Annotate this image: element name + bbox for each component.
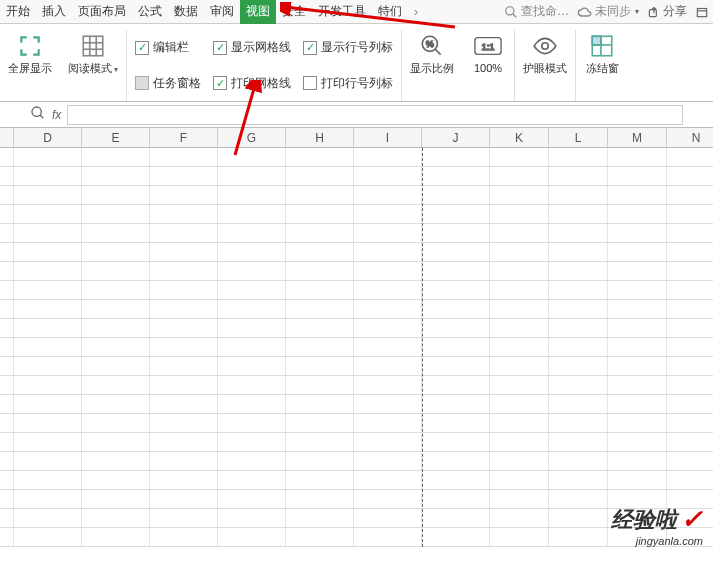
column-header[interactable]: G bbox=[218, 128, 286, 147]
cell[interactable] bbox=[549, 452, 608, 470]
zoom-button[interactable]: % 显示比例 bbox=[408, 30, 456, 77]
cell[interactable] bbox=[608, 300, 667, 318]
cell[interactable] bbox=[286, 414, 354, 432]
cell[interactable] bbox=[490, 376, 549, 394]
column-header[interactable]: F bbox=[150, 128, 218, 147]
cell[interactable] bbox=[354, 243, 422, 261]
cell[interactable] bbox=[354, 509, 422, 527]
cell[interactable] bbox=[82, 490, 150, 508]
cell[interactable] bbox=[667, 167, 713, 185]
cell[interactable] bbox=[549, 357, 608, 375]
fx-label[interactable]: fx bbox=[52, 108, 61, 122]
zoom-100-button[interactable]: 1:1 100% bbox=[468, 30, 508, 77]
cell[interactable] bbox=[150, 528, 218, 546]
cell[interactable] bbox=[286, 338, 354, 356]
cell[interactable] bbox=[286, 300, 354, 318]
cell[interactable] bbox=[667, 186, 713, 204]
cell[interactable] bbox=[14, 509, 82, 527]
cell[interactable] bbox=[286, 452, 354, 470]
cell[interactable] bbox=[150, 300, 218, 318]
cell[interactable] bbox=[490, 281, 549, 299]
cell[interactable] bbox=[286, 186, 354, 204]
cell[interactable] bbox=[218, 395, 286, 413]
reading-mode-button[interactable]: 阅读模式▾ bbox=[66, 30, 120, 77]
cell[interactable] bbox=[608, 338, 667, 356]
cell[interactable] bbox=[82, 224, 150, 242]
column-header[interactable]: E bbox=[82, 128, 150, 147]
cell[interactable] bbox=[608, 471, 667, 489]
cell[interactable] bbox=[490, 205, 549, 223]
cell[interactable] bbox=[490, 509, 549, 527]
cell[interactable] bbox=[150, 509, 218, 527]
cell[interactable] bbox=[422, 224, 490, 242]
tab-start[interactable]: 开始 bbox=[0, 0, 36, 24]
cell[interactable] bbox=[286, 281, 354, 299]
cell[interactable] bbox=[150, 186, 218, 204]
cell[interactable] bbox=[422, 186, 490, 204]
cell[interactable] bbox=[218, 319, 286, 337]
cell[interactable] bbox=[549, 376, 608, 394]
cell[interactable] bbox=[150, 395, 218, 413]
cell[interactable] bbox=[286, 243, 354, 261]
cell[interactable] bbox=[14, 452, 82, 470]
cell[interactable] bbox=[150, 471, 218, 489]
cell[interactable] bbox=[490, 224, 549, 242]
cell[interactable] bbox=[667, 452, 713, 470]
cell[interactable] bbox=[354, 528, 422, 546]
cell[interactable] bbox=[150, 281, 218, 299]
cell[interactable] bbox=[218, 376, 286, 394]
cell[interactable] bbox=[14, 167, 82, 185]
cell[interactable] bbox=[82, 528, 150, 546]
cell[interactable] bbox=[150, 490, 218, 508]
cell[interactable] bbox=[14, 414, 82, 432]
cell[interactable] bbox=[286, 205, 354, 223]
cell[interactable] bbox=[354, 186, 422, 204]
cell[interactable] bbox=[667, 338, 713, 356]
cell[interactable] bbox=[354, 471, 422, 489]
cell[interactable] bbox=[549, 167, 608, 185]
cell[interactable] bbox=[218, 281, 286, 299]
cell[interactable] bbox=[490, 167, 549, 185]
cell[interactable] bbox=[150, 433, 218, 451]
spreadsheet-grid[interactable] bbox=[0, 148, 713, 547]
cell[interactable] bbox=[286, 509, 354, 527]
column-header[interactable]: D bbox=[14, 128, 82, 147]
cell[interactable] bbox=[14, 148, 82, 166]
cell[interactable] bbox=[82, 509, 150, 527]
cell[interactable] bbox=[549, 490, 608, 508]
cell[interactable] bbox=[354, 414, 422, 432]
cell[interactable] bbox=[490, 471, 549, 489]
zoom-formula-icon[interactable] bbox=[30, 105, 46, 124]
cell[interactable] bbox=[422, 357, 490, 375]
cell[interactable] bbox=[150, 262, 218, 280]
cell[interactable] bbox=[82, 148, 150, 166]
cell[interactable] bbox=[490, 414, 549, 432]
cell[interactable] bbox=[490, 186, 549, 204]
cell[interactable] bbox=[218, 471, 286, 489]
cell[interactable] bbox=[490, 452, 549, 470]
cell[interactable] bbox=[286, 376, 354, 394]
cell[interactable] bbox=[286, 262, 354, 280]
cell[interactable] bbox=[549, 205, 608, 223]
cell[interactable] bbox=[422, 281, 490, 299]
cell[interactable] bbox=[286, 167, 354, 185]
cell[interactable] bbox=[608, 224, 667, 242]
cell[interactable] bbox=[490, 433, 549, 451]
cell[interactable] bbox=[218, 186, 286, 204]
cell[interactable] bbox=[608, 167, 667, 185]
cell[interactable] bbox=[608, 262, 667, 280]
formula-input[interactable] bbox=[67, 105, 683, 125]
cell[interactable] bbox=[218, 357, 286, 375]
cell[interactable] bbox=[608, 395, 667, 413]
cell[interactable] bbox=[218, 490, 286, 508]
cell[interactable] bbox=[14, 319, 82, 337]
cell[interactable] bbox=[14, 243, 82, 261]
cell[interactable] bbox=[667, 357, 713, 375]
cell[interactable] bbox=[354, 490, 422, 508]
cell[interactable] bbox=[608, 414, 667, 432]
cell[interactable] bbox=[354, 148, 422, 166]
tab-review[interactable]: 审阅 bbox=[204, 0, 240, 24]
cell[interactable] bbox=[14, 224, 82, 242]
check-print-headers[interactable]: 打印行号列标 bbox=[303, 75, 393, 92]
cell[interactable] bbox=[150, 357, 218, 375]
